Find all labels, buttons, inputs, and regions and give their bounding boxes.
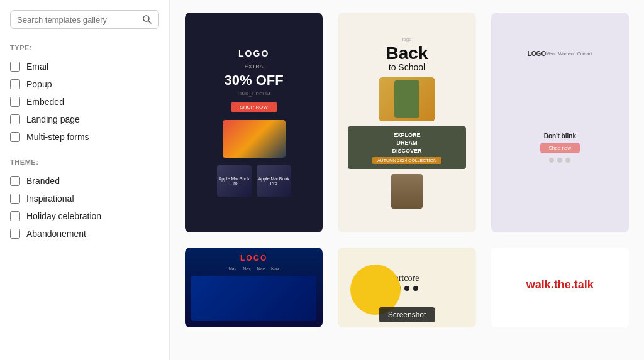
filter-embedded[interactable]: Embeded <box>10 93 159 111</box>
filter-email[interactable]: Email <box>10 58 159 75</box>
checkbox-landing[interactable] <box>10 114 20 124</box>
artcore-dot-2 <box>404 286 409 291</box>
school-logo: logo <box>402 36 411 42</box>
shoes-nav-3: Contact <box>577 52 592 56</box>
template-card-shoes[interactable]: LOGO Men Women Contact Don't blink Shop … <box>491 13 629 232</box>
school-back: Back <box>386 45 428 62</box>
checkbox-branded[interactable] <box>10 176 20 186</box>
shoes-nav-2: Women <box>558 52 574 56</box>
shoes-nav: Men Women Contact <box>546 52 592 56</box>
label-inspirational: Inspirational <box>26 194 74 204</box>
gadgets-product-2: Apple MacBook Pro <box>257 165 291 197</box>
template-card-school[interactable]: logo Back to School EXPLOREDREAMDISCOVER… <box>338 13 475 232</box>
shoes-dot-3 <box>565 158 570 163</box>
label-holiday: Holiday celebration <box>26 211 101 221</box>
filter-branded[interactable]: Branded <box>10 172 159 190</box>
blue-nav-4: Nav <box>271 266 279 271</box>
walk-title: walk.the.talk <box>526 278 594 292</box>
school-to-school: to School <box>389 62 425 72</box>
gadgets-logo: LOGO <box>238 48 269 58</box>
template-card-artcore[interactable]: artcore Screenshot - - <box>338 248 475 327</box>
school-explore-text: EXPLOREDREAMDISCOVER <box>355 131 458 155</box>
template-preview-shoes: LOGO Men Women Contact Don't blink Shop … <box>491 13 629 232</box>
filter-popup[interactable]: Popup <box>10 75 159 93</box>
label-multistep: Multi-step forms <box>26 132 89 142</box>
label-branded: Branded <box>26 176 60 186</box>
screenshot-tooltip: Screenshot <box>379 307 435 322</box>
filter-multistep[interactable]: Multi-step forms <box>10 128 159 146</box>
template-card-gadgets[interactable]: LOGO EXTRA 30% OFF LINK_LIPSUM SHOP NOW … <box>185 13 323 232</box>
search-container <box>10 10 159 29</box>
shoes-photo-grid <box>558 62 561 128</box>
theme-filter-section: THEME: Branded Inspirational Holiday cel… <box>10 158 159 243</box>
filter-inspirational[interactable]: Inspirational <box>10 190 159 207</box>
sidebar: TYPE: Email Popup Embeded Landing page M… <box>0 0 170 360</box>
svg-line-1 <box>148 21 151 23</box>
filter-abandonement[interactable]: Abandonement <box>10 225 159 243</box>
school-dark-banner: EXPLOREDREAMDISCOVER AUTUMN 2024 COLLECT… <box>348 126 465 170</box>
label-popup: Popup <box>26 79 52 89</box>
checkbox-email[interactable] <box>10 62 20 72</box>
shoes-dots <box>549 158 570 163</box>
template-preview-school: logo Back to School EXPLOREDREAMDISCOVER… <box>338 13 475 232</box>
shoes-tagline: Don't blink <box>544 133 576 139</box>
search-button[interactable] <box>142 14 152 25</box>
gadgets-laptop-image <box>223 120 286 158</box>
type-filter-section: TYPE: Email Popup Embeded Landing page M… <box>10 44 159 146</box>
shoes-dot-2 <box>557 158 562 163</box>
theme-label: THEME: <box>10 158 159 166</box>
label-landing: Landing page <box>26 114 80 124</box>
gadgets-product-1: Apple MacBook Pro <box>217 165 252 197</box>
gadgets-cta: SHOP NOW <box>231 102 277 112</box>
checkbox-abandonement[interactable] <box>10 229 20 239</box>
gadgets-extra: EXTRA <box>245 63 264 70</box>
shoes-nav-1: Men <box>546 52 555 56</box>
school-cta: AUTUMN 2024 COLLECTION <box>372 157 441 164</box>
filter-holiday[interactable]: Holiday celebration <box>10 207 159 225</box>
template-preview-gadgets: LOGO EXTRA 30% OFF LINK_LIPSUM SHOP NOW … <box>185 13 323 232</box>
checkbox-inspirational[interactable] <box>10 194 20 204</box>
checkbox-popup[interactable] <box>10 79 20 89</box>
checkbox-multistep[interactable] <box>10 132 20 142</box>
checkbox-holiday[interactable] <box>10 211 20 221</box>
school-coat-image <box>391 174 423 209</box>
templates-grid: LOGO EXTRA 30% OFF LINK_LIPSUM SHOP NOW … <box>185 13 629 327</box>
filter-landing[interactable]: Landing page <box>10 111 159 128</box>
school-girl-image <box>379 77 435 121</box>
shoes-logo: LOGO <box>528 50 546 57</box>
search-icon <box>142 14 152 25</box>
template-preview-blue: LOGO Nav Nav Nav Nav <box>185 248 323 327</box>
blue-nav-2: Nav <box>243 266 250 271</box>
gadgets-discount: 30% OFF <box>225 72 284 89</box>
template-preview-walk: walk.the.talk <box>491 248 629 327</box>
shoes-shop-btn: Shop now <box>540 143 580 153</box>
blue-content <box>191 276 316 321</box>
blue-nav-3: Nav <box>257 266 265 271</box>
blue-nav: Nav Nav Nav Nav <box>229 266 279 271</box>
template-preview-artcore: artcore Screenshot <box>338 248 475 327</box>
template-card-blue[interactable]: LOGO Nav Nav Nav Nav - - <box>185 248 323 327</box>
templates-gallery: LOGO EXTRA 30% OFF LINK_LIPSUM SHOP NOW … <box>170 0 644 360</box>
shoes-dot-1 <box>549 158 554 163</box>
blue-nav-1: Nav <box>229 266 236 271</box>
artcore-dot-3 <box>413 286 418 291</box>
gadgets-link: LINK_LIPSUM <box>238 91 270 97</box>
search-input[interactable] <box>17 15 142 25</box>
checkbox-embedded[interactable] <box>10 97 20 107</box>
label-embedded: Embeded <box>26 97 64 107</box>
blue-logo: LOGO <box>240 254 267 263</box>
gadgets-products: Apple MacBook Pro Apple MacBook Pro <box>217 165 291 197</box>
type-label: TYPE: <box>10 44 159 52</box>
label-abandonement: Abandonement <box>26 229 86 239</box>
label-email: Email <box>26 62 48 72</box>
template-card-walk[interactable]: walk.the.talk - - <box>491 248 629 327</box>
shoes-top-bar: LOGO Men Women Contact <box>528 50 592 57</box>
